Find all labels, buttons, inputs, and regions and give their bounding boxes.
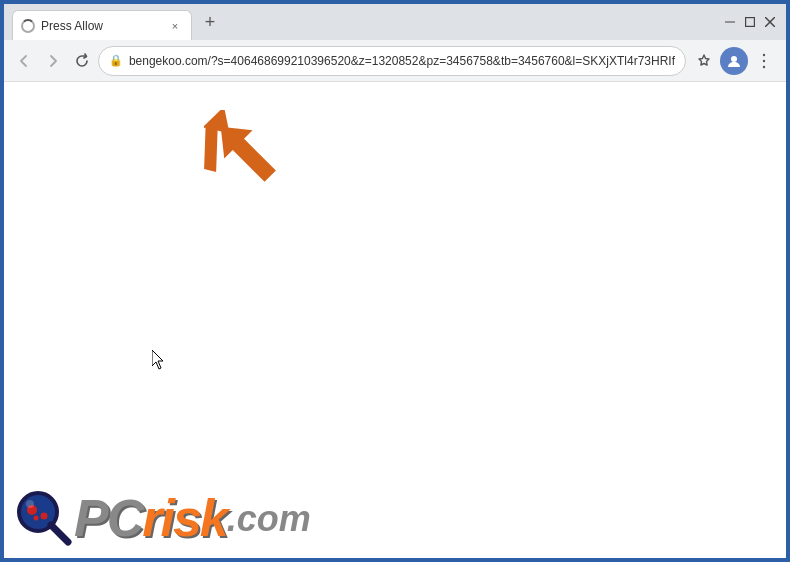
svg-line-12	[51, 525, 68, 542]
tab-strip: Press Allow × +	[4, 4, 714, 40]
arrow-indicator	[204, 110, 284, 194]
tab-close-button[interactable]: ×	[167, 18, 183, 34]
active-tab[interactable]: Press Allow ×	[12, 10, 192, 40]
nav-right-controls	[690, 47, 778, 75]
chrome-menu-button[interactable]	[750, 47, 778, 75]
minimize-button[interactable]	[722, 14, 738, 30]
svg-point-7	[763, 65, 765, 67]
maximize-button[interactable]	[742, 14, 758, 30]
pcrisk-logo: PC risk .com	[14, 488, 311, 548]
close-button[interactable]	[762, 14, 778, 30]
lock-icon: 🔒	[109, 54, 123, 67]
profile-button[interactable]	[720, 47, 748, 75]
url-text: bengekoo.com/?s=406468699210396520&z=132…	[129, 54, 675, 68]
nav-bar: 🔒 bengekoo.com/?s=406468699210396520&z=1…	[4, 40, 786, 82]
svg-point-4	[731, 56, 737, 62]
logo-icon	[14, 488, 74, 548]
svg-point-14	[41, 513, 48, 520]
content-area: PC risk .com	[4, 82, 786, 558]
back-button[interactable]	[12, 47, 37, 75]
title-bar: Press Allow × +	[4, 4, 786, 40]
logo-pc-text: PC	[74, 492, 142, 544]
logo-risk-text: risk	[142, 492, 227, 544]
tab-title: Press Allow	[41, 19, 161, 33]
bookmark-star-button[interactable]	[690, 47, 718, 75]
svg-point-15	[34, 516, 39, 521]
logo-dotcom-text: .com	[227, 498, 311, 540]
svg-point-6	[763, 59, 765, 61]
window-controls	[714, 4, 786, 40]
svg-rect-0	[725, 22, 735, 23]
tab-spinner	[21, 19, 35, 33]
new-tab-button[interactable]: +	[196, 8, 224, 36]
mouse-cursor	[152, 350, 164, 368]
logo-text-group: PC risk .com	[74, 492, 311, 544]
address-bar[interactable]: 🔒 bengekoo.com/?s=406468699210396520&z=1…	[98, 46, 686, 76]
forward-button[interactable]	[41, 47, 66, 75]
svg-rect-1	[746, 18, 755, 27]
svg-point-16	[26, 500, 34, 508]
svg-point-5	[763, 53, 765, 55]
browser-window: Press Allow × +	[2, 2, 788, 560]
reload-button[interactable]	[69, 47, 94, 75]
svg-marker-9	[207, 113, 285, 191]
